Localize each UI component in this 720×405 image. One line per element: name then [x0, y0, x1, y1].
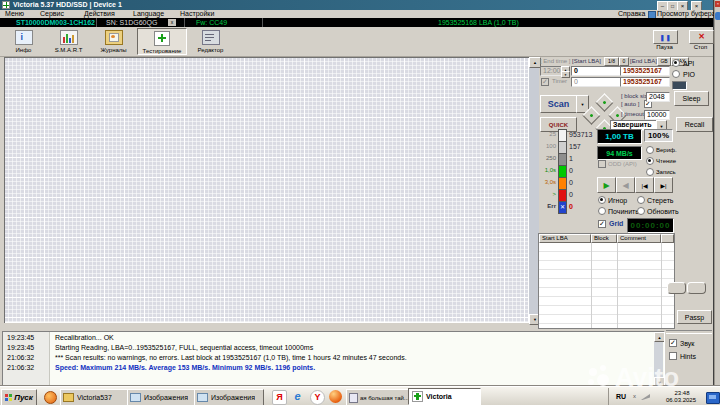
ignore-label: Игнор: [608, 197, 627, 204]
quicklaunch-media-icon[interactable]: [44, 391, 57, 404]
repair-radio[interactable]: [598, 207, 606, 215]
erase-radio[interactable]: [637, 196, 645, 204]
end-lba-field[interactable]: 1953525167: [620, 66, 670, 76]
column-header-empty[interactable]: [661, 234, 674, 243]
toolbar-button-smart[interactable]: S.M.A.R.T: [47, 28, 90, 54]
read-radio[interactable]: [646, 157, 654, 165]
timeout-field[interactable]: 10000: [644, 110, 670, 120]
menu-item-service[interactable]: Сервис: [40, 10, 64, 18]
buffer-view-label[interactable]: Просмотр буфера: [657, 10, 716, 18]
taskbar-item-victoria-active[interactable]: Victoria: [408, 388, 481, 405]
toolbar-button-test[interactable]: Тестирование: [137, 28, 187, 55]
app-icon: [2, 1, 10, 9]
pause-button[interactable]: ❚❚: [653, 30, 678, 44]
histogram-label: 3,0s: [538, 179, 556, 185]
column-header-start-lba[interactable]: Start LBA: [539, 234, 591, 243]
grid-checkbox[interactable]: ✓: [598, 220, 606, 228]
yandex-browser-icon[interactable]: Я: [272, 390, 287, 405]
pio-radio[interactable]: [672, 70, 680, 78]
toolbar-label: Журналы: [100, 47, 126, 53]
menu-item-language[interactable]: Language: [133, 10, 164, 18]
sleep-button[interactable]: Sleep: [674, 91, 709, 106]
menu-item-menu[interactable]: Меню: [5, 10, 24, 18]
gb-button[interactable]: GB: [657, 57, 671, 66]
log-scrollbar[interactable]: ▲ ▼: [654, 332, 663, 385]
end-lba-label: [End LBA]: [630, 58, 657, 64]
erase-label: Стереть: [647, 197, 673, 204]
write-radio[interactable]: [646, 168, 654, 176]
toolbar-button-journals[interactable]: Журналы: [92, 28, 135, 54]
yandex-y-icon[interactable]: Y: [310, 390, 325, 405]
status-led: [672, 81, 687, 90]
log-scroll-down-icon[interactable]: ▼: [654, 377, 665, 386]
taskbar-item-images-2[interactable]: Изображения: [194, 389, 264, 405]
sliver-close-icon[interactable]: ×: [715, 1, 720, 7]
api-label: API: [683, 60, 694, 67]
refresh-radio[interactable]: [637, 207, 645, 215]
column-header-block[interactable]: Block: [591, 234, 617, 243]
percent-sign: %: [662, 131, 669, 140]
drive-close-icon[interactable]: x: [168, 19, 176, 26]
tray-language[interactable]: RU: [616, 393, 626, 400]
zero-button[interactable]: 0: [619, 57, 629, 66]
hints-checkbox[interactable]: [669, 352, 677, 360]
column-header-comment[interactable]: Comment: [617, 234, 661, 243]
internet-explorer-icon[interactable]: e: [291, 390, 304, 403]
pill-button-1[interactable]: [667, 282, 686, 294]
scan-map[interactable]: [4, 57, 529, 323]
fraction-button[interactable]: 1/8: [604, 57, 619, 66]
timer-label: Timer: [552, 78, 567, 84]
skip-forward-button[interactable]: ▶|: [654, 177, 673, 193]
start-lba-field[interactable]: 0: [571, 66, 622, 76]
histogram-label: 100: [538, 143, 556, 149]
block-size-field[interactable]: 2048: [646, 92, 670, 102]
drive-bar-divider: [96, 18, 97, 27]
firefox-icon[interactable]: [329, 390, 342, 403]
toolbar-button-editor[interactable]: Редактор: [189, 28, 232, 54]
play-button[interactable]: ▶: [597, 177, 616, 193]
log-scroll-up-icon[interactable]: ▲: [654, 332, 665, 342]
end-time-spinner[interactable]: ▲ ▼: [561, 66, 568, 76]
tray-date[interactable]: 06.03.2025: [659, 397, 703, 403]
passport-button[interactable]: Passp: [677, 310, 712, 324]
verify-radio[interactable]: [646, 146, 654, 154]
pill-button-2[interactable]: [687, 282, 706, 294]
menu-item-settings[interactable]: Настройки: [180, 10, 214, 18]
odd-checkbox[interactable]: [598, 160, 606, 168]
toolbar-button-info[interactable]: i Инфо: [2, 28, 45, 54]
log-time: 21:06:32: [7, 354, 34, 361]
taskbar-item-images-1[interactable]: Изображения: [127, 389, 197, 405]
start-button[interactable]: Пуск: [1, 389, 37, 405]
start-lba-label: [Start LBA]: [572, 58, 601, 64]
histogram-value: 157: [569, 143, 581, 150]
smart-icon: [60, 30, 78, 45]
skip-back-button[interactable]: |◀: [635, 177, 654, 193]
menu-item-actions[interactable]: Действия: [84, 10, 115, 18]
histogram-value: 0: [569, 179, 573, 186]
pause-icon: ❚❚: [659, 34, 671, 41]
jog-left-button[interactable]: [582, 106, 600, 124]
network-icon[interactable]: [706, 392, 720, 404]
taskbar-item-partial[interactable]: ая большая тай...: [346, 389, 411, 405]
recall-button[interactable]: Recall: [676, 117, 713, 132]
tray-x-icon[interactable]: x: [633, 393, 636, 399]
reverse-button[interactable]: ◀: [616, 177, 635, 193]
stop-button[interactable]: ✕: [689, 30, 714, 44]
histogram-value: 0: [569, 167, 573, 174]
api-radio[interactable]: [672, 59, 680, 67]
tray-pen-icon[interactable]: [641, 394, 650, 400]
system-tray: RU x 23:48 06.03.2025: [608, 388, 720, 405]
ignore-radio[interactable]: [598, 196, 606, 204]
sound-checkbox[interactable]: ✓: [669, 339, 677, 347]
taskbar-item-victoria537[interactable]: Victoria537: [60, 389, 130, 405]
timer-checkbox[interactable]: ✓: [541, 78, 549, 86]
tray-time[interactable]: 23:48: [664, 390, 700, 396]
grid-label: Grid: [609, 220, 623, 227]
document-icon: [349, 393, 358, 403]
end-lba-field2[interactable]: 1953525167: [620, 77, 670, 87]
menu-item-help[interactable]: Справка: [618, 10, 645, 18]
start-label: Пуск: [14, 393, 33, 402]
jog-up-button[interactable]: [595, 93, 613, 111]
start-lba-field2[interactable]: 0: [571, 77, 622, 87]
scan-button[interactable]: Scan: [540, 95, 577, 113]
